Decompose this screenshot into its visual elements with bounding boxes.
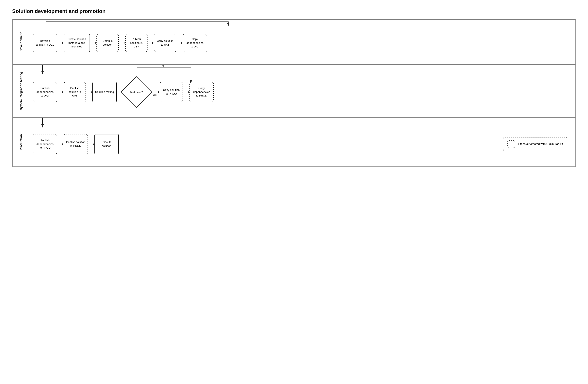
box-copy-deps-prod: Copy dependencies to PROD [189, 82, 214, 102]
box-compile-solution: Compile solution [96, 34, 119, 52]
box-develop-solution-dev: Develop solution in DEV [33, 34, 57, 52]
arrow-sit2-sit3 [86, 91, 92, 93]
box-copy-solution-uat: Copy solution to UAT [154, 34, 176, 52]
arrow-sit4-sit5: Yes [149, 91, 160, 93]
box-create-metadata: Create solution metadata and icon files [64, 34, 90, 52]
box-solution-testing: Solution testing [92, 82, 117, 102]
dev-flow-row: Develop solution in DEV Create solution … [33, 26, 571, 52]
arrow-sit5-sit6 [183, 91, 189, 93]
arrow-dev3-dev4 [119, 42, 125, 44]
page-title: Solution development and promotion [12, 8, 576, 14]
arrow-prod2-prod3 [88, 143, 94, 145]
arrow-dev4-dev5 [147, 42, 154, 44]
lane-development: Development Develop solution in DEV [13, 20, 575, 65]
arrow-dev2-dev3 [90, 42, 96, 44]
box-publish-solution-uat: Publish solution in UAT [64, 82, 86, 102]
box-publish-solution-dev: Publish solution in DEV [125, 34, 147, 52]
lane-production-label: Production [13, 118, 29, 166]
diagram-outer: Development Develop solution in DEV [12, 19, 576, 167]
box-publish-deps-uat: Publish dependencies to UAT [33, 82, 57, 102]
arrow-sit1-sit2 [57, 91, 64, 93]
arrow-dev5-dev6 [176, 42, 183, 44]
box-copy-dependencies-uat: Copy dependencies to UAT [183, 34, 207, 52]
svg-text:No: No [162, 65, 165, 68]
lane-production: Production Publish dependencies to PROD [13, 118, 575, 166]
legend-icon [507, 140, 515, 148]
box-publish-solution-prod: Publish solution in PROD [64, 134, 88, 154]
sit-flow-row: Publish dependencies to UAT Publish solu… [33, 71, 571, 103]
lane-sit-label: System integration testing [13, 65, 29, 117]
box-execute-solution: Execute solution [94, 134, 119, 154]
diamond-test-pass: Test pass? [123, 81, 149, 103]
legend-box: Steps automated with CI/CD Toolkit [503, 137, 567, 151]
box-copy-solution-prod: Copy solution to PROD [160, 82, 183, 102]
prod-flow-row: Publish dependencies to PROD Publish sol… [33, 124, 571, 154]
box-publish-deps-prod: Publish dependencies to PROD [33, 134, 57, 154]
arrow-prod1-prod2 [57, 143, 64, 145]
lane-development-label: Development [13, 20, 29, 64]
arrow-dev1-dev2 [57, 42, 64, 44]
lane-sit: System integration testing [13, 65, 575, 118]
